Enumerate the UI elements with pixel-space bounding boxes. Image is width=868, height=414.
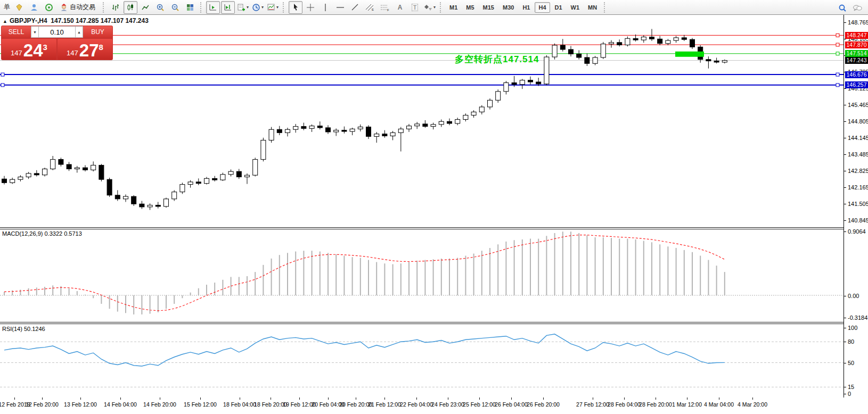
candle-body [528,80,533,82]
time-tick [160,398,160,400]
person-icon [30,3,38,12]
signal-icon[interactable] [42,1,56,14]
candle-body [2,179,7,183]
time-tick-label: 15 Feb 12:00 [184,401,217,408]
volume-input[interactable]: 0.10 [39,26,75,38]
candle-body [326,128,331,132]
time-tick [14,398,15,400]
price-axis[interactable]: 148.765148.105147.445146.785146.125145.4… [844,15,868,398]
price-tick [844,154,846,155]
price-level-badge: 146.676 [845,71,868,78]
time-tick-label: 21 Feb 12:00 [368,401,401,408]
tile-windows-button[interactable] [183,1,197,14]
price-tick [844,187,846,188]
time-axis[interactable]: 12 Feb 201912 Feb 20:0013 Feb 12:0014 Fe… [0,398,868,414]
bar-chart-button[interactable] [109,1,122,14]
candle-body [253,160,258,176]
time-tick [328,398,329,400]
chart-window[interactable]: ▲GBPJPY-,H4 147.150 147.285 147.107 147.… [0,15,868,414]
price-tick [844,105,846,105]
time-tick [752,398,753,400]
trendline-tool-button[interactable] [348,1,362,14]
candle-body [463,115,468,119]
chart-shift-button[interactable] [221,1,235,14]
line-chart-button[interactable] [138,1,152,14]
candle-body [609,43,614,44]
macd-tick [844,296,846,296]
candle-body [220,175,225,180]
buy-price-tile[interactable]: 147278 [58,39,112,60]
vertical-line-tool-button[interactable] [318,1,332,14]
sell-price-tile[interactable]: 147243 [2,39,56,60]
rsi-pane[interactable] [0,324,844,398]
new-order-button[interactable]: 单 [2,3,12,12]
timeframe-h4[interactable]: H4 [535,2,550,13]
timeframe-mn[interactable]: MN [584,2,601,13]
autotrade-button[interactable]: 自动交易 [57,1,100,14]
vertical-line-icon [321,3,330,12]
buy-price-small: 147 [67,49,78,57]
buy-button[interactable]: BUY [83,26,112,38]
time-tick [479,398,480,400]
volume-increase-button[interactable]: ▲ [75,26,83,38]
candle-body [722,60,727,62]
timeframe-m30[interactable]: M30 [499,2,518,13]
macd-pane[interactable] [0,229,844,322]
trendline-icon [351,3,359,12]
profile-icon[interactable] [27,1,41,14]
time-tick [356,398,356,400]
zoom-out-button[interactable] [168,1,182,14]
periods-button[interactable]: ▾ [251,1,265,14]
candle-body [334,130,339,132]
timeframe-d1[interactable]: D1 [551,2,566,13]
rsi-tick [844,328,846,328]
fibonacci-tool-button[interactable]: F [378,1,392,14]
label-tool-button[interactable]: T [408,1,422,14]
auto-scroll-button[interactable] [206,1,220,14]
candle-body [650,37,654,39]
macd-signal-line [4,235,725,311]
dropdown-arrow-icon: ▾ [276,5,279,10]
svg-text:E: E [372,8,374,11]
timeframe-w1[interactable]: W1 [567,2,584,13]
chat-button[interactable] [850,2,864,14]
cursor-tool-button[interactable] [289,1,302,14]
new-chart-button[interactable]: ▾ [236,1,250,14]
new-chart-icon [237,3,245,12]
timeframe-h1[interactable]: H1 [519,2,534,13]
time-tick-label: 12 Feb 20:00 [26,401,59,408]
shapes-tool-button[interactable]: ▾ [423,1,437,14]
search-button[interactable] [836,2,849,14]
main-price-pane[interactable] [0,15,844,227]
timeframe-m15[interactable]: M15 [479,2,498,13]
candle-body [431,125,436,127]
candle-body [212,178,217,180]
candle-body [172,192,177,199]
crosshair-tool-button[interactable] [304,1,317,14]
candlestick-chart-button[interactable] [124,1,137,14]
candle-body [51,160,55,169]
candle-body [520,80,525,85]
horizontal-line-tool-button[interactable] [333,1,347,14]
timeframe-m5[interactable]: M5 [462,2,478,13]
text-tool-button[interactable]: A [393,1,407,14]
volume-decrease-button[interactable]: ▼ [31,26,39,38]
sell-button[interactable]: SELL [2,26,31,38]
candle-body [10,179,15,183]
time-tick-label: 26 Feb 04:00 [495,401,528,408]
templates-button[interactable]: ▾ [266,1,280,14]
rsi-tick-label: 100 [848,325,857,331]
quotes-icon[interactable] [12,1,26,14]
channel-tool-button[interactable]: E [363,1,377,14]
candle-body [75,168,79,169]
zoom-in-button[interactable] [153,1,167,14]
timeframe-m1[interactable]: M1 [446,2,461,13]
time-tick-label: 14 Feb 04:00 [104,401,137,408]
candle-body [18,177,23,180]
candle-body [398,129,403,133]
time-tick [299,398,300,400]
price-tick [844,171,846,171]
price-tick-label: 145.465 [848,102,868,108]
line-handle [836,52,839,55]
candle-body [196,182,201,184]
